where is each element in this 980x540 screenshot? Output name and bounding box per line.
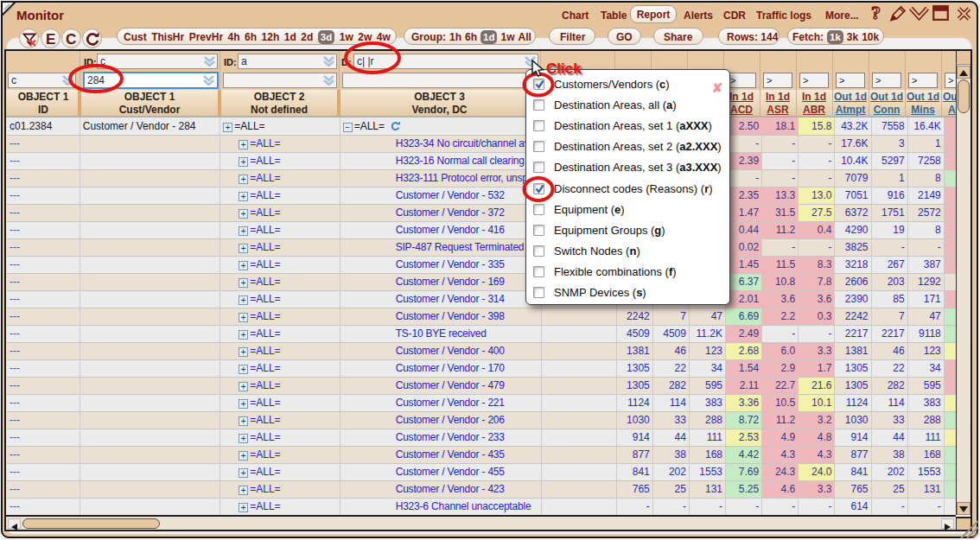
svg-text:?: ?: [871, 3, 881, 23]
